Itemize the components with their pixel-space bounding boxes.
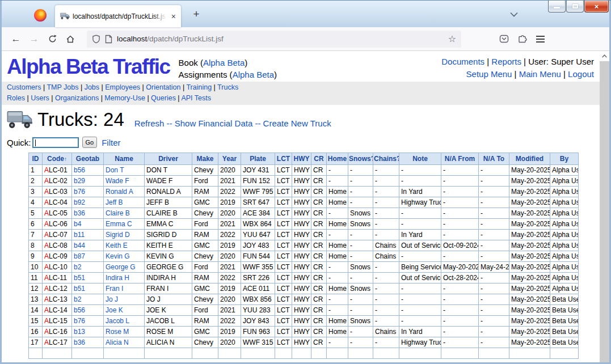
nav-link-jobs[interactable]: Jobs — [85, 83, 99, 91]
header-link-logout[interactable]: Logout — [568, 69, 594, 79]
col-header-hwy[interactable]: HWY — [292, 153, 311, 165]
home-button[interactable] — [62, 31, 79, 48]
url-text[interactable]: localhost/dpatch/dpTruckList.jsf — [117, 35, 444, 43]
cell-geotab[interactable]: b36 — [72, 337, 104, 348]
cell-geotab[interactable]: b92 — [72, 197, 104, 208]
cell-name[interactable]: Joe K — [104, 305, 145, 316]
cell-geotab[interactable]: b51 — [72, 273, 104, 283]
col-header-year[interactable]: Year — [218, 153, 241, 165]
header-link-setup-menu[interactable]: Setup Menu — [466, 69, 512, 79]
nav-link-api-tests[interactable]: API Tests — [181, 94, 211, 102]
cell-name[interactable]: Ronald A — [104, 187, 145, 197]
col-header-home[interactable]: Home — [327, 153, 348, 165]
assignments-link[interactable]: Alpha Beta — [233, 70, 274, 79]
menu-hamburger-icon[interactable] — [532, 31, 549, 48]
reload-button[interactable] — [44, 31, 61, 48]
col-header-na-from[interactable]: N/A From — [441, 153, 479, 165]
cell-geotab[interactable]: b4 — [72, 219, 104, 230]
nav-link-roles[interactable]: Roles — [7, 94, 25, 102]
col-header-cr[interactable]: CR — [311, 153, 327, 165]
back-button[interactable]: ← — [7, 31, 24, 48]
forward-button[interactable]: → — [26, 31, 43, 48]
col-header-by[interactable]: By — [550, 153, 579, 165]
header-link-reports[interactable]: Reports — [491, 57, 521, 66]
cell-name[interactable]: Don T — [104, 165, 145, 176]
book-link[interactable]: Alpha Beta — [203, 58, 245, 67]
cell-name[interactable]: Claire B — [104, 208, 145, 219]
cell-name[interactable]: Kevin G — [104, 251, 145, 262]
cell-geotab[interactable]: b2 — [72, 294, 104, 305]
col-header-modified[interactable]: Modified — [509, 153, 550, 165]
col-header-id[interactable]: ID — [29, 153, 43, 165]
cell-geotab[interactable]: b29 — [72, 176, 104, 187]
scrollbar-thumb[interactable] — [600, 61, 609, 362]
extensions-puzzle-icon[interactable] — [513, 31, 530, 48]
action-show-financial-data[interactable]: Show Financial Data — [175, 118, 253, 128]
cell-geotab[interactable]: b56 — [72, 165, 104, 176]
col-header-geotab[interactable]: Geotab — [72, 153, 104, 165]
action-create-new-truck[interactable]: Create New Truck — [263, 118, 331, 128]
cell-name[interactable]: Rose M — [104, 327, 145, 337]
header-link-main-menu[interactable]: Main Menu — [519, 69, 561, 79]
col-header-plate[interactable]: Plate — [241, 153, 275, 165]
cell-geotab[interactable]: b2 — [72, 262, 104, 273]
nav-link-users[interactable]: Users — [31, 94, 49, 102]
col-header-note[interactable]: Note — [399, 153, 441, 165]
cell-name[interactable]: Emma C — [104, 219, 145, 230]
cell-geotab[interactable]: b76 — [72, 316, 104, 327]
cell-name[interactable]: Sigrid D — [104, 230, 145, 240]
new-tab-button[interactable]: + — [189, 8, 203, 20]
cell-geotab[interactable]: b44 — [72, 240, 104, 251]
shield-icon[interactable] — [92, 35, 100, 44]
cell-name[interactable]: Indira H — [104, 273, 145, 283]
col-header-na-to[interactable]: N/A To — [479, 153, 509, 165]
browser-tab[interactable]: localhost/dpatch/dpTruckList.js × — [55, 5, 181, 27]
close-button[interactable]: × — [584, 1, 609, 12]
nav-link-memory-use[interactable]: Memory-Use — [104, 94, 145, 102]
go-button[interactable]: Go — [82, 137, 98, 148]
cell-name[interactable]: Jacob L — [104, 316, 145, 327]
cell-geotab[interactable]: b87 — [72, 251, 104, 262]
nav-link-trucks[interactable]: Trucks — [217, 83, 238, 91]
cell-name[interactable]: Jeff B — [104, 197, 145, 208]
minimize-button[interactable] — [548, 1, 566, 12]
nav-link-employees[interactable]: Employees — [105, 83, 140, 91]
nav-link-orientation[interactable]: Orientation — [146, 83, 180, 91]
col-header-name[interactable]: Name — [104, 153, 145, 165]
cell-name[interactable]: Wade F — [104, 176, 145, 187]
cell-geotab[interactable]: b11 — [72, 230, 104, 240]
cell-geotab[interactable]: b76 — [72, 187, 104, 197]
cell-geotab[interactable]: b36 — [72, 208, 104, 219]
maximize-button[interactable] — [566, 1, 584, 12]
cell-geotab[interactable]: b51 — [72, 283, 104, 294]
pocket-icon[interactable] — [495, 31, 512, 48]
quick-input[interactable] — [32, 137, 79, 148]
cell-geotab[interactable]: b56 — [72, 305, 104, 316]
header-link-documents[interactable]: Documents — [441, 57, 484, 66]
nav-link-training[interactable]: Training — [186, 83, 212, 91]
nav-link-customers[interactable]: Customers — [7, 83, 41, 91]
bookmark-star-icon[interactable]: ☆ — [448, 33, 456, 44]
vertical-scrollbar[interactable] — [600, 51, 609, 362]
col-header-snows[interactable]: Snows? — [348, 153, 373, 165]
col-header-make[interactable]: Make — [192, 153, 218, 165]
nav-link-tmp-jobs[interactable]: TMP Jobs — [47, 83, 78, 91]
cell-name[interactable]: George G — [104, 262, 145, 273]
cell-geotab[interactable]: b13 — [72, 327, 104, 337]
url-bar[interactable]: localhost/dpatch/dpTruckList.jsf ☆ — [87, 31, 461, 48]
scroll-up-arrow[interactable] — [600, 51, 609, 61]
page-info-icon[interactable] — [105, 35, 112, 44]
cell-name[interactable]: Jo J — [104, 294, 145, 305]
tab-close-icon[interactable]: × — [171, 12, 176, 20]
cell-name[interactable]: Alicia N — [104, 337, 145, 348]
col-header-chains[interactable]: Chains? — [373, 153, 399, 165]
nav-link-queries[interactable]: Queries — [151, 94, 176, 102]
cell-name[interactable]: Keith E — [104, 240, 145, 251]
col-header-lct[interactable]: LCT — [275, 153, 292, 165]
col-header-code[interactable]: Code↑ — [43, 153, 72, 165]
nav-link-organizations[interactable]: Organizations — [55, 94, 99, 102]
action-refresh[interactable]: Refresh — [134, 118, 165, 128]
col-header-driver[interactable]: Driver — [145, 153, 192, 165]
cell-name[interactable]: Fran I — [104, 283, 145, 294]
filter-link[interactable]: Filter — [102, 138, 120, 147]
